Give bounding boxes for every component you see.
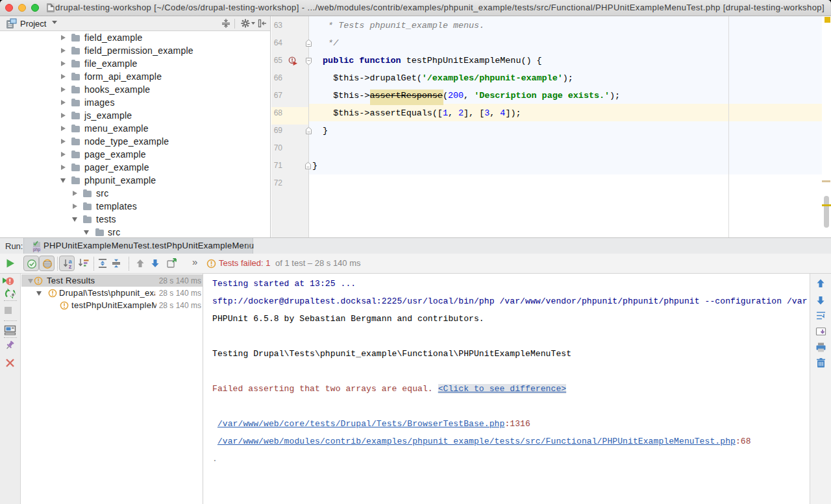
- svg-text:z: z: [69, 263, 72, 269]
- svg-text:php: php: [33, 247, 40, 252]
